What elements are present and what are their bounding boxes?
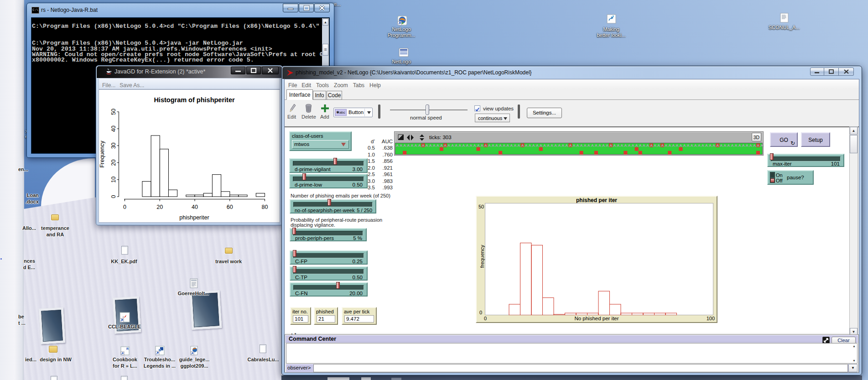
- svg-text:Frequency: Frequency: [99, 141, 105, 168]
- svg-text:20: 20: [110, 160, 117, 166]
- svg-text:40: 40: [192, 204, 198, 210]
- svg-text:phishperiter: phishperiter: [179, 214, 209, 221]
- svg-text:80: 80: [262, 204, 268, 210]
- svg-text:50: 50: [110, 109, 117, 115]
- svg-text:Histogram of phishperiter: Histogram of phishperiter: [154, 96, 235, 104]
- svg-text:40: 40: [110, 125, 117, 132]
- svg-text:10: 10: [110, 177, 117, 183]
- svg-text:0: 0: [123, 204, 126, 210]
- svg-text:20: 20: [156, 204, 163, 210]
- svg-text:R: R: [126, 347, 129, 350]
- svg-text:0: 0: [110, 195, 117, 198]
- svg-text:30: 30: [110, 142, 117, 149]
- svg-text:60: 60: [227, 204, 233, 210]
